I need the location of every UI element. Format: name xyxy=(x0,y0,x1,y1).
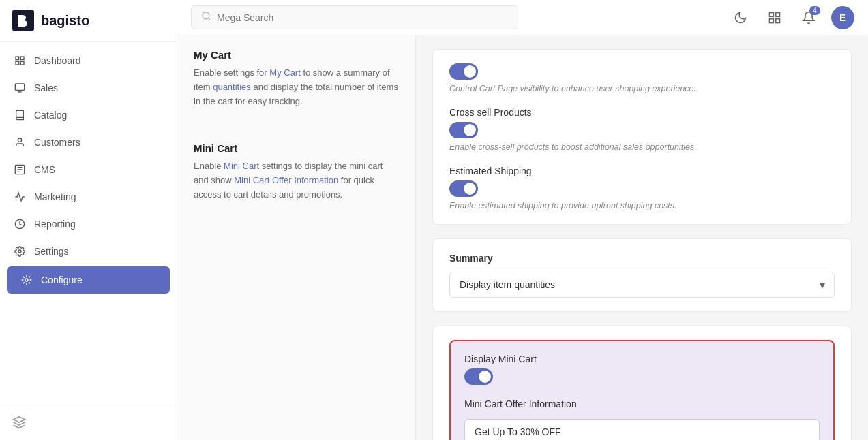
estimated-shipping-label: Estimated Shipping xyxy=(449,166,835,176)
catalog-icon xyxy=(14,109,26,121)
header: 4 E xyxy=(177,0,868,35)
estimated-shipping-toggle[interactable] xyxy=(449,180,478,197)
display-mini-cart-label: Display Mini Cart xyxy=(464,353,820,364)
sidebar-item-dashboard-label: Dashboard xyxy=(34,55,81,66)
estimated-shipping-toggle-row xyxy=(449,180,835,197)
mini-cart-highlight-box: Display Mini Cart Mini Cart Offer Inform… xyxy=(449,340,835,440)
display-mini-cart-group: Display Mini Cart xyxy=(464,353,820,385)
svg-point-8 xyxy=(18,138,21,142)
svg-rect-17 xyxy=(770,18,774,22)
sidebar-item-sales[interactable]: Sales xyxy=(0,74,177,101)
search-bar[interactable] xyxy=(191,5,518,29)
right-panel: Control Cart Page visibility to enhance … xyxy=(416,35,868,440)
cross-sell-toggle-row xyxy=(449,122,835,138)
sidebar-item-reporting-label: Reporting xyxy=(34,219,76,230)
mini-cart-offer-label: Mini Cart Offer Information xyxy=(464,398,820,409)
cross-sell-toggle[interactable] xyxy=(449,122,478,138)
svg-point-13 xyxy=(203,12,209,19)
notification-badge: 4 xyxy=(809,6,820,15)
svg-rect-18 xyxy=(776,18,780,22)
search-input[interactable] xyxy=(217,12,508,23)
my-cart-section-title: My Cart xyxy=(194,49,399,61)
svg-rect-3 xyxy=(16,61,19,65)
sidebar-item-reporting[interactable]: Reporting xyxy=(0,210,177,238)
sidebar: bagisto Dashboard Sales Catalog xyxy=(0,0,177,440)
mini-cart-section-desc: Mini Cart Enable Mini Cart settings to d… xyxy=(194,142,399,202)
customers-icon xyxy=(14,136,26,148)
my-cart-section-description: Enable settings for My Cart to show a su… xyxy=(194,66,399,108)
display-mini-cart-toggle-row xyxy=(464,368,820,385)
sidebar-item-configure-label: Configure xyxy=(41,274,83,285)
summary-label: Summary xyxy=(449,253,835,264)
sidebar-item-settings-label: Settings xyxy=(34,246,69,257)
cross-sell-group: Cross sell Products Enable cross-sell pr… xyxy=(449,107,835,152)
user-avatar[interactable]: E xyxy=(831,6,854,29)
sidebar-navigation: Dashboard Sales Catalog Customers xyxy=(0,42,177,407)
mini-cart-settings-card: Display Mini Cart Mini Cart Offer Inform… xyxy=(432,326,852,440)
sidebar-item-catalog-label: Catalog xyxy=(34,110,67,121)
search-icon xyxy=(201,11,211,24)
svg-rect-1 xyxy=(16,57,19,60)
settings-icon xyxy=(14,245,26,257)
sidebar-bottom-icon xyxy=(12,420,26,431)
cart-page-toggle[interactable] xyxy=(449,63,478,80)
svg-rect-16 xyxy=(776,12,780,16)
mini-cart-offer-input[interactable] xyxy=(464,419,820,440)
sidebar-item-marketing-label: Marketing xyxy=(34,191,76,202)
cms-icon xyxy=(14,163,26,176)
marketing-icon xyxy=(14,191,26,203)
sidebar-item-cms[interactable]: CMS xyxy=(0,156,177,183)
logo-area: bagisto xyxy=(0,0,177,42)
cart-page-group: Control Cart Page visibility to enhance … xyxy=(449,63,835,93)
display-mini-cart-toggle[interactable] xyxy=(464,368,493,385)
sidebar-bottom xyxy=(0,407,177,440)
main-area: 4 E My Cart Enable settings for My Cart … xyxy=(177,0,868,440)
reporting-icon xyxy=(14,218,26,230)
sidebar-item-cms-label: CMS xyxy=(34,164,55,175)
mini-cart-offer-group: Mini Cart Offer Information xyxy=(464,398,820,440)
mini-cart-section-title: Mini Cart xyxy=(194,142,399,154)
theme-toggle-button[interactable] xyxy=(729,6,752,29)
sidebar-item-catalog[interactable]: Catalog xyxy=(0,101,177,129)
cross-sell-desc: Enable cross-sell products to boost addi… xyxy=(449,142,835,152)
sidebar-item-marketing[interactable]: Marketing xyxy=(0,183,177,210)
svg-rect-4 xyxy=(20,61,24,65)
dashboard-icon xyxy=(14,54,26,67)
sidebar-item-customers-label: Customers xyxy=(34,137,80,148)
estimated-shipping-desc: Enable estimated shipping to provide upf… xyxy=(449,201,835,210)
cart-page-desc: Control Cart Page visibility to enhance … xyxy=(449,84,835,93)
cart-page-toggle-row xyxy=(449,63,835,80)
sidebar-item-settings[interactable]: Settings xyxy=(0,238,177,265)
sidebar-item-sales-label: Sales xyxy=(34,82,58,93)
left-panel: My Cart Enable settings for My Cart to s… xyxy=(177,35,416,440)
my-cart-section-desc: My Cart Enable settings for My Cart to s… xyxy=(194,49,399,108)
estimated-shipping-group: Estimated Shipping Enable estimated ship… xyxy=(449,166,835,210)
svg-rect-5 xyxy=(15,84,24,90)
content-area: My Cart Enable settings for My Cart to s… xyxy=(177,35,868,440)
mini-cart-section-description: Enable Mini Cart settings to display the… xyxy=(194,159,399,202)
header-icons: 4 E xyxy=(729,6,854,29)
layout-toggle-button[interactable] xyxy=(763,6,786,29)
sales-icon xyxy=(14,82,26,94)
notifications-button[interactable]: 4 xyxy=(797,6,820,29)
sidebar-item-dashboard[interactable]: Dashboard xyxy=(0,47,177,74)
top-settings-card: Control Cart Page visibility to enhance … xyxy=(432,49,852,225)
cross-sell-label: Cross sell Products xyxy=(449,107,835,118)
sidebar-item-customers[interactable]: Customers xyxy=(0,129,177,156)
svg-line-14 xyxy=(208,18,210,20)
configure-icon xyxy=(20,274,33,286)
svg-point-12 xyxy=(25,279,28,281)
summary-dropdown-wrapper: Display item quantities Display item tot… xyxy=(449,272,835,298)
svg-rect-15 xyxy=(770,12,774,16)
logo-icon xyxy=(12,10,34,31)
svg-rect-2 xyxy=(20,57,24,60)
svg-point-11 xyxy=(18,250,21,253)
my-cart-settings-card: Summary Display item quantities Display … xyxy=(432,238,852,312)
sidebar-item-configure[interactable]: Configure xyxy=(7,266,170,294)
logo-text: bagisto xyxy=(41,13,89,29)
summary-dropdown[interactable]: Display item quantities Display item tot… xyxy=(449,272,835,298)
